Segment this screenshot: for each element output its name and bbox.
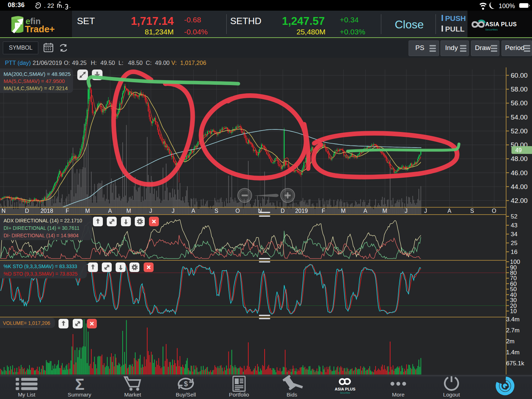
svg-text:M: M bbox=[341, 208, 345, 214]
svg-text:D: D bbox=[281, 208, 285, 214]
svg-text:A: A bbox=[448, 208, 451, 214]
svg-text:2018: 2018 bbox=[40, 208, 53, 214]
svg-text:MA(200,C,SMAV) = 48.9825: MA(200,C,SMAV) = 48.9825 bbox=[4, 71, 71, 77]
svg-text:O: O bbox=[492, 208, 496, 214]
svg-text:M: M bbox=[126, 208, 131, 214]
svg-text:O: O bbox=[235, 208, 240, 214]
svg-text:More: More bbox=[392, 392, 404, 398]
svg-text:M: M bbox=[85, 208, 90, 214]
svg-text:My List: My List bbox=[18, 392, 35, 398]
svg-text:S: S bbox=[215, 208, 218, 214]
svg-text:S: S bbox=[470, 208, 474, 214]
svg-text:16: 16 bbox=[511, 249, 517, 255]
svg-text:Portfolio: Portfolio bbox=[229, 392, 249, 398]
svg-text:Buy/Sell: Buy/Sell bbox=[176, 392, 196, 398]
svg-text:100%: 100% bbox=[499, 2, 515, 10]
svg-text:Σ: Σ bbox=[75, 376, 84, 393]
svg-text:F: F bbox=[66, 208, 69, 214]
svg-text:%D STO (9,3,3,SMAV) = 73.8325: %D STO (9,3,3,SMAV) = 73.8325 bbox=[4, 271, 78, 277]
svg-text:44.00: 44.00 bbox=[511, 183, 528, 190]
svg-text:2.7m: 2.7m bbox=[506, 327, 520, 334]
svg-text:D: D bbox=[25, 208, 29, 214]
svg-text:58.00: 58.00 bbox=[511, 85, 528, 93]
svg-text:46.00: 46.00 bbox=[511, 169, 528, 177]
svg-text:N: N bbox=[1, 208, 6, 214]
svg-text:2019: 2019 bbox=[295, 208, 308, 214]
svg-text:1.4m: 1.4m bbox=[506, 349, 520, 356]
svg-text:675.1k: 675.1k bbox=[506, 360, 525, 367]
svg-text:3.4m: 3.4m bbox=[506, 316, 520, 323]
svg-text:49: 49 bbox=[515, 147, 522, 153]
svg-text:PTT (day)21/06/2019O:49.25H:49: PTT (day)21/06/2019O:49.25H:49.50L:48.50… bbox=[5, 60, 206, 66]
svg-text:DI- DIRECTIONAL (14) = 14.9804: DI- DIRECTIONAL (14) = 14.9804 bbox=[4, 233, 79, 238]
svg-text:56.00: 56.00 bbox=[511, 99, 528, 107]
svg-text:DI+ DIRECTIONAL (14) = 30.7611: DI+ DIRECTIONAL (14) = 30.7611 bbox=[4, 225, 79, 231]
svg-text:Bids: Bids bbox=[287, 392, 297, 398]
svg-text:A: A bbox=[364, 208, 367, 214]
svg-text:F: F bbox=[322, 208, 325, 214]
svg-text:A: A bbox=[108, 208, 112, 214]
svg-text:.: . bbox=[62, 2, 64, 9]
svg-text:Logout: Logout bbox=[443, 392, 460, 398]
svg-text:Trade+: Trade+ bbox=[25, 24, 55, 34]
svg-text:Market: Market bbox=[124, 392, 141, 398]
svg-text:ASIA PLUS: ASIA PLUS bbox=[485, 21, 517, 27]
svg-text:VOLUME= 1,017,206: VOLUME= 1,017,206 bbox=[3, 320, 50, 326]
svg-text:M: M bbox=[382, 208, 387, 214]
svg-text:2m: 2m bbox=[506, 338, 515, 345]
svg-text:Securities: Securities bbox=[485, 28, 498, 31]
svg-text:54.00: 54.00 bbox=[511, 113, 528, 121]
svg-text:$: $ bbox=[184, 380, 188, 388]
svg-text:ASIA PLUS: ASIA PLUS bbox=[335, 387, 355, 391]
svg-text:J: J bbox=[424, 208, 427, 214]
svg-text:J: J bbox=[405, 208, 408, 214]
svg-text:48.00: 48.00 bbox=[511, 155, 528, 162]
svg-text:42.00: 42.00 bbox=[511, 197, 528, 204]
svg-text:MA(14,C,SMAV) = 47.3214: MA(14,C,SMAV) = 47.3214 bbox=[4, 85, 68, 91]
svg-text:.: . bbox=[69, 2, 71, 9]
svg-text:Securities: Securities bbox=[340, 392, 350, 394]
svg-text:100: 100 bbox=[510, 259, 520, 265]
svg-text:ADX DIRECTIONAL (14) = 22.1710: ADX DIRECTIONAL (14) = 22.1710 bbox=[4, 218, 82, 223]
svg-text:25: 25 bbox=[511, 240, 517, 246]
svg-text:43: 43 bbox=[511, 222, 517, 229]
svg-text:52: 52 bbox=[511, 213, 517, 220]
svg-text:J: J bbox=[149, 208, 152, 214]
svg-text:60.00: 60.00 bbox=[511, 72, 528, 79]
svg-text:%K STO (9,3,3,SMAV) = 83.3333: %K STO (9,3,3,SMAV) = 83.3333 bbox=[4, 264, 77, 269]
svg-text:MA(5,C,SMAV) = 47.9500: MA(5,C,SMAV) = 47.9500 bbox=[4, 78, 65, 84]
svg-text:A: A bbox=[192, 208, 195, 214]
svg-text:Summary: Summary bbox=[68, 392, 92, 398]
svg-text:34: 34 bbox=[511, 231, 517, 238]
svg-text:52.00: 52.00 bbox=[511, 127, 528, 135]
svg-text:. 22: . 22 bbox=[44, 2, 54, 9]
svg-text:J: J bbox=[172, 208, 174, 214]
